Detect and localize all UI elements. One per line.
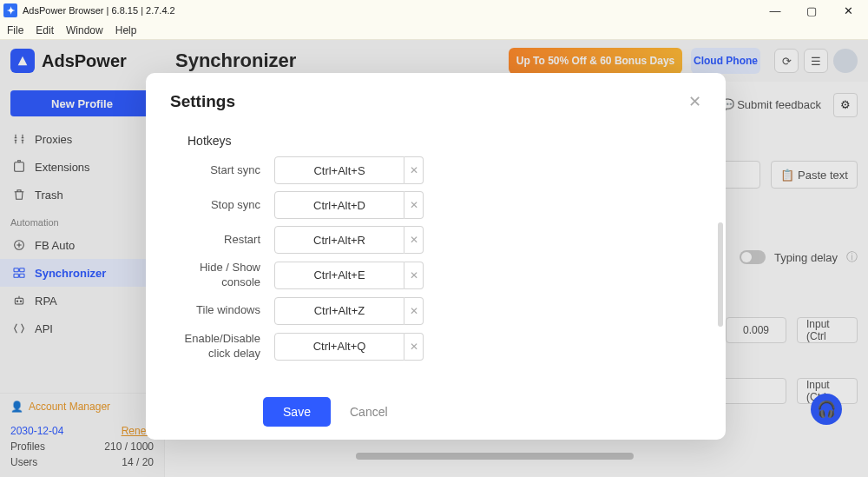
app-icon: ✦	[3, 3, 17, 17]
hotkey-row-start-sync: Start sync ✕	[170, 156, 701, 184]
window-titlebar: ✦ AdsPower Browser | 6.8.15 | 2.7.4.2 — …	[0, 0, 868, 21]
close-icon[interactable]: ✕	[688, 92, 701, 111]
hotkey-label: Restart	[170, 233, 274, 248]
hotkey-label: Hide / Show console	[170, 261, 274, 290]
hotkeys-section-label: Hotkeys	[187, 134, 701, 148]
hotkey-label: Stop sync	[170, 198, 274, 213]
clear-icon[interactable]: ✕	[404, 191, 424, 219]
close-window-button[interactable]: ✕	[842, 4, 854, 17]
menu-help[interactable]: Help	[115, 24, 137, 36]
hotkey-input-tile-windows[interactable]	[274, 297, 404, 325]
hotkey-label: Enable/Disable click delay	[170, 332, 274, 361]
modal-scrollbar[interactable]	[718, 222, 723, 327]
menu-file[interactable]: File	[7, 24, 23, 36]
hotkey-input-stop-sync[interactable]	[274, 191, 404, 219]
hotkey-input-restart[interactable]	[274, 226, 404, 254]
settings-modal: Settings ✕ Hotkeys Start sync ✕ Stop syn…	[146, 73, 726, 440]
hotkey-input-start-sync[interactable]	[274, 156, 404, 184]
clear-icon[interactable]: ✕	[404, 297, 424, 325]
menubar: File Edit Window Help	[0, 21, 868, 40]
menu-edit[interactable]: Edit	[36, 24, 54, 36]
hotkey-row-stop-sync: Stop sync ✕	[170, 191, 701, 219]
hotkey-row-restart: Restart ✕	[170, 226, 701, 254]
hotkey-row-click-delay: Enable/Disable click delay ✕	[170, 332, 701, 361]
cancel-button[interactable]: Cancel	[350, 405, 388, 419]
hotkey-row-hide-console: Hide / Show console ✕	[170, 261, 701, 290]
save-button[interactable]: Save	[263, 397, 331, 427]
menu-window[interactable]: Window	[66, 24, 103, 36]
window-title: AdsPower Browser | 6.8.15 | 2.7.4.2	[23, 5, 175, 16]
modal-title: Settings	[170, 92, 235, 111]
clear-icon[interactable]: ✕	[404, 262, 424, 289]
hotkey-row-tile-windows: Tile windows ✕	[170, 297, 701, 325]
hotkey-input-click-delay[interactable]	[274, 333, 404, 361]
hotkey-label: Tile windows	[170, 303, 274, 318]
minimize-button[interactable]: —	[769, 4, 781, 17]
hotkey-label: Start sync	[170, 163, 274, 178]
maximize-button[interactable]: ▢	[806, 4, 818, 17]
clear-icon[interactable]: ✕	[404, 156, 424, 184]
clear-icon[interactable]: ✕	[404, 226, 424, 254]
hotkey-input-hide-console[interactable]	[274, 262, 404, 289]
clear-icon[interactable]: ✕	[404, 333, 424, 361]
